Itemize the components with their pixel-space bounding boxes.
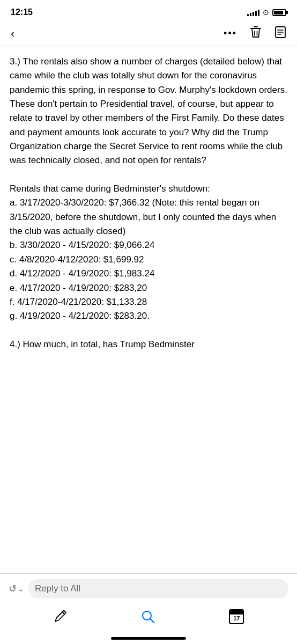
toolbar-left: ‹ xyxy=(11,28,14,40)
battery-icon xyxy=(272,9,286,16)
status-icons: ⊙ xyxy=(247,8,286,17)
signal-bar-1 xyxy=(247,14,249,16)
signal-bar-5 xyxy=(258,10,259,16)
bottom-icons: 17 xyxy=(0,604,297,635)
back-button[interactable]: ‹ xyxy=(11,28,14,40)
calendar-icon[interactable]: 17 xyxy=(229,609,244,624)
rental-f: f. 4/17/2020-4/21/2020: $1,133.28 xyxy=(10,295,287,309)
svg-line-6 xyxy=(62,612,65,614)
svg-line-8 xyxy=(150,619,154,623)
reply-to-all-button[interactable]: Reply to All xyxy=(28,579,288,598)
calendar-number: 17 xyxy=(233,615,240,621)
signal-bar-3 xyxy=(253,12,254,16)
reply-icon[interactable]: ↺ xyxy=(9,583,17,595)
rental-b: b. 3/30/2020 - 4/15/2020: $9,066.24 xyxy=(10,238,287,252)
wifi-icon: ⊙ xyxy=(263,8,269,17)
note-icon[interactable] xyxy=(274,26,286,41)
rental-c: c. 4/8/2020-4/12/2020: $1,699.92 xyxy=(10,253,287,267)
compose-icon[interactable] xyxy=(53,610,67,624)
rental-e: e. 4/17/2020 - 4/19/2020: $283,20 xyxy=(10,281,287,295)
signal-bar-4 xyxy=(255,11,257,16)
calendar-widget[interactable]: 17 xyxy=(229,609,244,624)
calendar-header xyxy=(230,610,243,614)
reply-nav: ↺ ⌄ xyxy=(9,583,24,595)
home-indicator xyxy=(111,637,186,640)
next-question: 4.) How much, in total, has Trump Bedmin… xyxy=(10,338,287,352)
email-content: 3.) The rentals also show a number of ch… xyxy=(0,46,297,437)
rental-d: d. 4/12/2020 - 4/19/2020: $1,983.24 xyxy=(10,267,287,281)
reply-chevron-icon[interactable]: ⌄ xyxy=(18,584,24,593)
signal-bar-2 xyxy=(250,13,251,16)
more-options-button[interactable]: ••• xyxy=(224,28,237,39)
email-toolbar: ‹ ••• xyxy=(0,21,297,46)
status-time: 12:15 xyxy=(11,8,33,17)
rental-a: a. 3/17/2020-3/30/2020: $7,366.32 (Note:… xyxy=(10,196,287,238)
email-body: 3.) The rentals also show a number of ch… xyxy=(10,55,287,352)
reply-section: ↺ ⌄ Reply to All xyxy=(0,573,297,604)
signal-bars-icon xyxy=(247,9,259,16)
search-icon[interactable] xyxy=(140,609,155,624)
rental-g: g. 4/19/2020 - 4/21/2020: $283.20. xyxy=(10,309,287,323)
rentals-header: Rentals that came during Bedminster's sh… xyxy=(10,182,287,196)
bottom-bar: ↺ ⌄ Reply to All 17 xyxy=(0,573,297,644)
toolbar-right: ••• xyxy=(224,26,286,41)
status-bar: 12:15 ⊙ xyxy=(0,0,297,21)
paragraph-1: 3.) The rentals also show a number of ch… xyxy=(10,55,287,168)
trash-icon[interactable] xyxy=(250,26,262,41)
